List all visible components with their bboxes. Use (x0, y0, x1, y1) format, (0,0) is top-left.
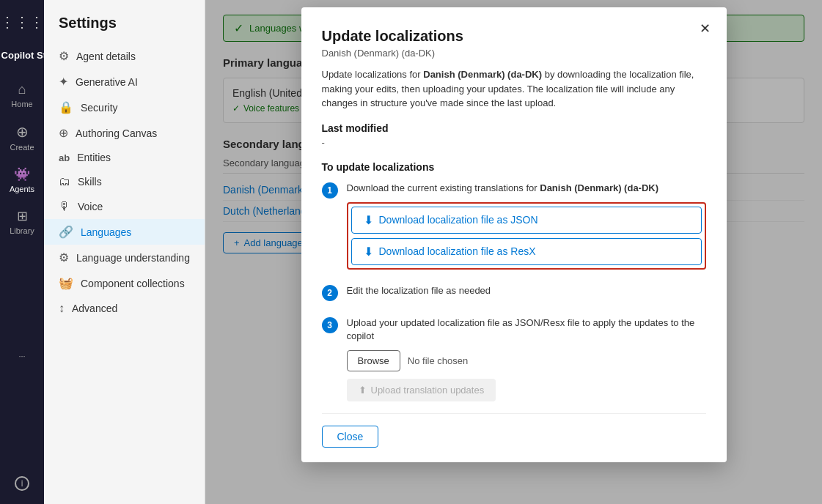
sidebar-item-agents[interactable]: 👾 Agents (2, 160, 42, 199)
sidebar-item-languages[interactable]: 🔗 Languages (44, 219, 205, 245)
download-resx-icon: ⬇ (364, 245, 373, 259)
step-1-text: Download the current existing translatio… (347, 182, 706, 195)
sidebar-title: Settings (44, 15, 205, 43)
desc-bold: Danish (Denmark) (da-DK) (423, 69, 542, 80)
languages-label: Languages (81, 226, 131, 238)
advanced-label: Advanced (72, 303, 117, 314)
sidebar-item-authoring-canvas[interactable]: ⊕ Authoring Canvas (44, 120, 205, 146)
voice-icon: 🎙 (59, 200, 70, 213)
step-2-text: Edit the localization file as needed (347, 284, 706, 297)
nav-label-library: Library (10, 226, 34, 235)
language-understanding-label: Language understanding (76, 252, 190, 264)
desc-part1: Update localizations for (322, 69, 424, 80)
upload-icon: ⬆ (359, 385, 367, 396)
component-collections-label: Component collections (81, 278, 185, 289)
nav-label-agents: Agents (10, 185, 34, 193)
upload-label: Upload translation updates (371, 385, 485, 396)
skills-icon: 🗂 (59, 175, 70, 188)
step-3: 3 Upload your updated localization file … (322, 316, 706, 401)
nav-rail: ⋮⋮⋮ Copilot Studio ⌂ Home ⊕ Create 👾 Age… (0, 0, 44, 504)
sidebar-item-entities[interactable]: ab Entities (44, 146, 205, 169)
download-resx-label: Download localization file as ResX (379, 245, 536, 257)
no-file-text: No file chosen (408, 355, 468, 366)
browse-button[interactable]: Browse (347, 350, 400, 371)
to-update-label: To update localizations (322, 161, 706, 173)
nav-more[interactable]: ··· (2, 346, 42, 366)
info-icon: i (15, 476, 29, 491)
close-icon: ✕ (700, 21, 711, 36)
nav-label-create: Create (10, 143, 34, 152)
step1-text-bold: Danish (Denmark) (da-DK) (540, 182, 658, 193)
create-icon: ⊕ (16, 123, 29, 141)
home-icon: ⌂ (18, 82, 26, 97)
download-resx-button[interactable]: ⬇ Download localization file as ResX (351, 238, 702, 265)
step-1: 1 Download the current existing translat… (322, 182, 706, 273)
authoring-canvas-icon: ⊕ (59, 126, 68, 140)
update-localizations-modal: ✕ Update localizations Danish (Denmark) … (301, 7, 727, 462)
last-modified-value: - (322, 137, 706, 148)
generative-ai-icon: ✦ (59, 75, 68, 89)
nav-info[interactable]: i (2, 470, 42, 497)
nav-label-home: Home (11, 100, 32, 108)
step-2-content: Edit the localization file as needed (347, 284, 706, 305)
entities-icon: ab (59, 152, 70, 163)
app-grid-icon[interactable]: ⋮⋮⋮ (0, 7, 50, 37)
component-collections-icon: 🧺 (59, 276, 73, 290)
voice-label: Voice (78, 201, 103, 212)
sidebar-item-voice[interactable]: 🎙 Voice (44, 194, 205, 219)
advanced-icon: ↕ (59, 302, 65, 315)
sidebar-item-advanced[interactable]: ↕ Advanced (44, 296, 205, 321)
upload-translation-button[interactable]: ⬆ Upload translation updates (347, 379, 496, 401)
step-3-number: 3 (322, 317, 338, 333)
settings-sidebar: Settings ⚙ Agent details ✦ Generative AI… (44, 0, 205, 504)
step-3-content: Upload your updated localization file as… (347, 316, 706, 401)
sidebar-item-create[interactable]: ⊕ Create (2, 117, 42, 158)
sidebar-item-language-understanding[interactable]: ⚙ Language understanding (44, 245, 205, 270)
download-json-icon: ⬇ (364, 213, 373, 227)
sidebar-item-skills[interactable]: 🗂 Skills (44, 169, 205, 194)
language-understanding-icon: ⚙ (59, 251, 69, 264)
sidebar-item-component-collections[interactable]: 🧺 Component collections (44, 270, 205, 296)
modal-description: Update localizations for Danish (Denmark… (322, 67, 706, 111)
step-1-content: Download the current existing translatio… (347, 182, 706, 273)
agent-details-label: Agent details (76, 51, 136, 62)
library-icon: ⊞ (17, 208, 28, 224)
more-icon: ··· (18, 352, 25, 360)
step-3-text: Upload your updated localization file as… (347, 316, 706, 343)
sidebar-item-home[interactable]: ⌂ Home (2, 76, 42, 114)
step-2: 2 Edit the localization file as needed (322, 284, 706, 305)
sidebar-item-library[interactable]: ⊞ Library (2, 202, 42, 241)
download-json-button[interactable]: ⬇ Download localization file as JSON (351, 207, 702, 234)
agent-details-icon: ⚙ (59, 49, 69, 63)
languages-icon: 🔗 (59, 225, 73, 239)
last-modified-label: Last modified (322, 122, 706, 134)
close-label: Close (337, 431, 364, 442)
step-2-number: 2 (322, 285, 338, 301)
modal-footer: Close (322, 413, 706, 448)
download-button-group: ⬇ Download localization file as JSON ⬇ D… (347, 202, 706, 270)
step1-text-part1: Download the current existing translatio… (347, 182, 540, 193)
sidebar-item-security[interactable]: 🔒 Security (44, 94, 205, 120)
security-icon: 🔒 (59, 100, 73, 114)
security-label: Security (81, 102, 118, 114)
modal-backdrop: ✕ Update localizations Danish (Denmark) … (205, 0, 822, 504)
entities-label: Entities (77, 152, 111, 163)
main-content: ✓ Languages were added Primary language … (205, 0, 822, 504)
modal-close-footer-button[interactable]: Close (322, 426, 379, 448)
generative-ai-label: Generative AI (76, 76, 138, 88)
modal-close-button[interactable]: ✕ (694, 18, 716, 40)
browse-label: Browse (358, 355, 389, 366)
download-json-label: Download localization file as JSON (379, 214, 538, 226)
file-upload-row: Browse No file chosen (347, 350, 706, 371)
authoring-canvas-label: Authoring Canvas (76, 127, 157, 139)
step-1-number: 1 (322, 182, 338, 199)
skills-label: Skills (78, 176, 102, 188)
agents-icon: 👾 (14, 166, 30, 182)
sidebar-item-agent-details[interactable]: ⚙ Agent details (44, 43, 205, 69)
modal-title: Update localizations (322, 28, 706, 45)
modal-subtitle: Danish (Denmark) (da-DK) (322, 48, 706, 59)
sidebar-item-generative-ai[interactable]: ✦ Generative AI (44, 69, 205, 94)
